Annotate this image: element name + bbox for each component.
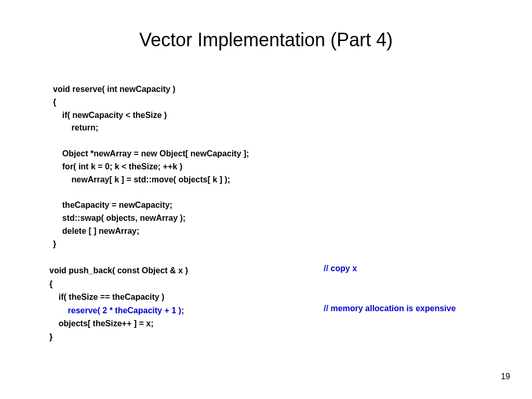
code-line: if( theSize == theCapacity )	[49, 292, 164, 301]
code-line: for( int k = 0; k < theSize; ++k )	[53, 162, 182, 171]
code-line: return;	[53, 123, 98, 132]
code-indent	[49, 306, 68, 315]
comment-mem-alloc: // memory allocation is expensive	[324, 304, 456, 313]
comment-copy-x: // copy x	[324, 264, 357, 273]
code-line: void reserve( int newCapacity )	[53, 85, 176, 94]
code-line: {	[53, 98, 56, 107]
code-line: theCapacity = newCapacity;	[53, 201, 172, 209]
code-line: newArray[ k ] = std::move( objects[ k ] …	[53, 175, 230, 184]
slide-title: Vector Implementation (Part 4)	[0, 29, 532, 51]
code-line: std::swap( objects, newArray );	[53, 214, 185, 222]
code-line: Object *newArray = new Object[ newCapaci…	[53, 149, 249, 158]
code-line: if( newCapacity < theSize )	[53, 111, 167, 119]
code-line: void push_back( const Object & x )	[49, 266, 188, 275]
code-reserve: void reserve( int newCapacity ) { if( ne…	[53, 83, 249, 250]
code-push-back: void push_back( const Object & x ) { if(…	[49, 264, 188, 344]
code-line: }	[49, 332, 52, 341]
slide: Vector Implementation (Part 4) void rese…	[0, 0, 532, 399]
page-number: 19	[501, 372, 510, 381]
code-line: {	[49, 280, 52, 288]
code-reserve-call: reserve( 2 * theCapacity + 1 );	[68, 306, 184, 315]
code-line: }	[53, 240, 56, 248]
code-line: delete [ ] newArray;	[53, 227, 139, 235]
code-line: objects[ theSize++ ] = x;	[49, 319, 154, 328]
